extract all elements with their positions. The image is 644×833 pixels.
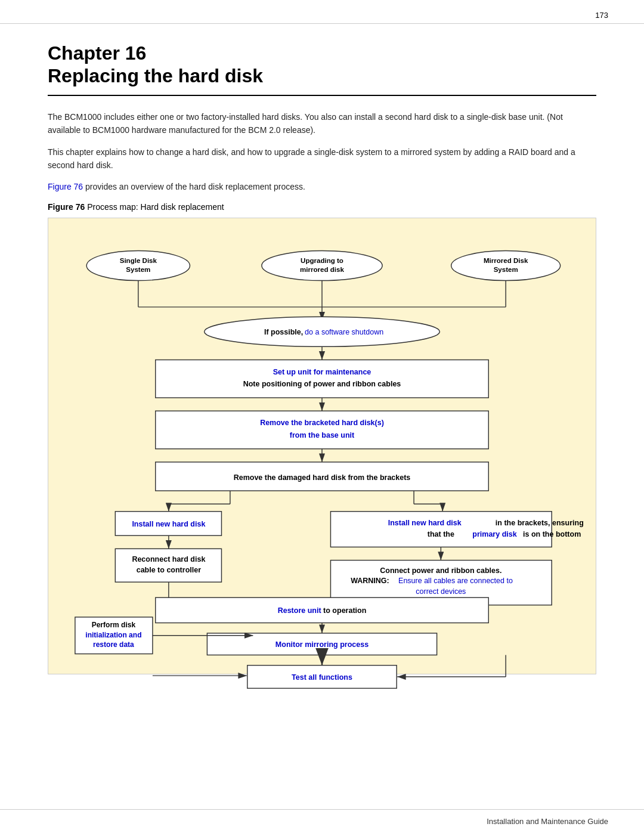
- svg-text:initialization and: initialization and: [85, 630, 141, 639]
- para1-text: The BCM1000 includes either one or two f…: [48, 112, 563, 135]
- svg-text:Note positioning of power and : Note positioning of power and ribbon cab…: [243, 380, 401, 388]
- svg-text:If possible,: If possible,: [264, 328, 303, 336]
- svg-text:Set up unit for maintenance: Set up unit for maintenance: [273, 367, 371, 376]
- body-paragraph-1: The BCM1000 includes either one or two f…: [48, 110, 596, 137]
- chapter-title: Chapter 16 Replacing the hard disk: [48, 42, 596, 96]
- page-number-text: 173: [595, 11, 608, 20]
- svg-text:Reconnect hard disk: Reconnect hard disk: [132, 555, 205, 563]
- body-paragraph-2: This chapter explains how to change a ha…: [48, 145, 596, 172]
- svg-text:Ensure all cables are connecte: Ensure all cables are connected to: [398, 577, 513, 585]
- svg-text:in the brackets, ensuring: in the brackets, ensuring: [496, 519, 584, 527]
- para3-suffix: provides an overview of the hard disk re…: [83, 182, 305, 191]
- svg-text:Perform disk: Perform disk: [92, 621, 136, 629]
- svg-text:Single Disk: Single Disk: [120, 256, 157, 264]
- footer-text: Installation and Maintenance Guide: [487, 817, 608, 826]
- svg-text:from the base unit: from the base unit: [290, 431, 355, 439]
- svg-text:Mirrored Disk: Mirrored Disk: [484, 256, 528, 264]
- svg-text:Install new hard disk: Install new hard disk: [388, 519, 462, 527]
- svg-text:System: System: [126, 266, 150, 273]
- chapter-title-line1: Chapter 16: [48, 42, 146, 64]
- figure76-link[interactable]: Figure 76: [48, 182, 83, 191]
- chapter-title-line2: Replacing the hard disk: [48, 65, 263, 86]
- page: 173 Chapter 16 Replacing the hard disk T…: [0, 0, 644, 833]
- svg-rect-39: [330, 511, 552, 547]
- svg-rect-25: [156, 411, 489, 449]
- flowchart-svg: Single Disk System Upgrading to mirrored…: [58, 230, 586, 659]
- svg-text:Upgrading to: Upgrading to: [301, 256, 343, 264]
- svg-text:primary disk: primary disk: [472, 530, 516, 538]
- svg-text:Restore unit
           to ope: Restore unit to operation: [278, 606, 367, 615]
- svg-text:Test all functions: Test all functions: [292, 673, 352, 682]
- svg-text:WARNING:: WARNING:: [351, 577, 389, 585]
- svg-text:Install new hard disk: Install new hard disk: [132, 519, 205, 528]
- svg-text:System: System: [494, 266, 518, 273]
- para2-text: This chapter explains how to change a ha…: [48, 147, 575, 170]
- page-number: 173: [0, 0, 644, 24]
- svg-text:is on the bottom: is on the bottom: [523, 530, 581, 538]
- content-area: Chapter 16 Replacing the hard disk The B…: [0, 24, 644, 809]
- figure-caption-text: Process map: Hard disk replacement: [85, 202, 224, 212]
- svg-text:correct devices: correct devices: [416, 587, 466, 596]
- svg-rect-21: [156, 360, 489, 398]
- footer: Installation and Maintenance Guide: [0, 809, 644, 833]
- body-paragraph-3: Figure 76 provides an overview of the ha…: [48, 180, 596, 193]
- svg-text:cable to controller: cable to controller: [137, 566, 201, 574]
- svg-text:Remove the bracketed hard disk: Remove the bracketed hard disk(s): [260, 419, 384, 427]
- svg-text:that the: that the: [428, 530, 454, 538]
- figure-caption-bold: Figure 76: [48, 202, 85, 212]
- flowchart-container: Single Disk System Upgrading to mirrored…: [48, 218, 596, 674]
- svg-text:mirrored disk: mirrored disk: [300, 266, 344, 273]
- svg-text:restore data: restore data: [93, 640, 134, 649]
- figure-caption: Figure 76 Process map: Hard disk replace…: [48, 202, 596, 212]
- svg-text:Connect power and ribbon cable: Connect power and ribbon cables.: [380, 566, 501, 574]
- svg-text:Remove the damaged hard disk f: Remove the damaged hard disk from the br…: [234, 473, 411, 481]
- svg-text:do a software shutdown: do a software shutdown: [305, 328, 383, 336]
- svg-text:Monitor mirroring process: Monitor mirroring process: [275, 640, 369, 649]
